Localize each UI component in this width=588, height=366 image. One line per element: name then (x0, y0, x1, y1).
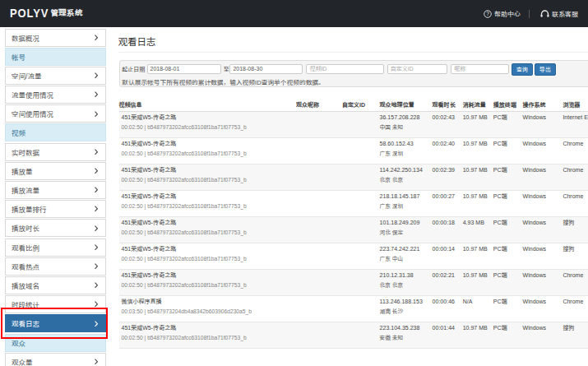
svg-text:?: ? (486, 11, 489, 16)
